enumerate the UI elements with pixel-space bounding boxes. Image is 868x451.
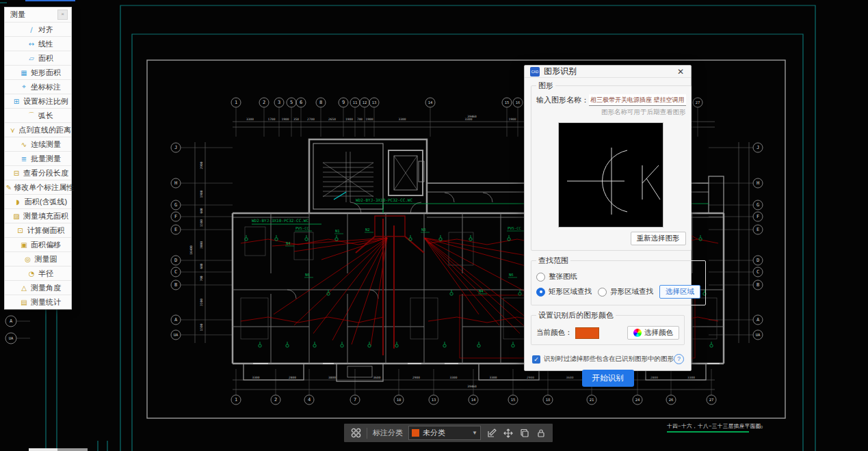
svg-text:N6: N6 (305, 273, 310, 277)
side-area-icon: ⊡ (16, 227, 25, 234)
pick-color-button[interactable]: 选择颜色 (627, 326, 679, 340)
svg-text:WD2-BYJ-3X10-PC32-CC.WC: WD2-BYJ-3X10-PC32-CC.WC (252, 218, 308, 223)
svg-text:3800: 3800 (328, 376, 336, 379)
sidebar-item-arc-length[interactable]: ⌒弧长 (5, 108, 71, 122)
graphic-name-input[interactable]: 相三极带开关电源插座 壁挂空调用 (589, 94, 686, 106)
sidebar-item-label: 坐标标注 (31, 82, 61, 92)
svg-text:350: 350 (293, 118, 299, 121)
svg-text:21: 21 (590, 398, 594, 402)
svg-text:3000: 3000 (200, 241, 203, 249)
svg-text:N4: N4 (286, 241, 291, 245)
sidebar-item-label: 测量角度 (31, 283, 61, 293)
app-root: 1235689111213141516273300170019003502700… (0, 0, 868, 451)
sidebar-item-align-dimension[interactable]: ∕对齐 (5, 22, 71, 36)
sidebar-item-label: 批量测量 (31, 154, 61, 164)
graphic-name-hint: 图形名称可用于后期查看图形 (536, 108, 686, 117)
svg-text:D: D (174, 258, 177, 263)
sidebar-item-area-with-arc[interactable]: ◗面积(含弧线) (5, 194, 71, 208)
align-dimension-icon: ∕ (27, 26, 36, 33)
radio-rect-area-label[interactable]: 矩形区域查找 (549, 287, 592, 297)
sidebar-item-area[interactable]: ▱面积 (5, 51, 71, 65)
svg-text:15: 15 (511, 398, 516, 402)
svg-text:6: 6 (300, 100, 302, 105)
filter-checkbox[interactable]: ✓ (532, 355, 540, 364)
continuous-measure-icon: ∿ (19, 141, 29, 148)
sidebar-item-coordinate[interactable]: ⌖坐标标注 (5, 79, 71, 94)
radio-whole-sheet-label[interactable]: 整张图纸 (549, 272, 577, 282)
svg-text:E: E (757, 227, 759, 232)
svg-text:N4: N4 (479, 289, 484, 293)
sidebar-item-batch-measure[interactable]: ≣批量测量 (5, 151, 71, 165)
measure-palette: 测量 × ∕对齐↔线性▱面积▦矩形面积⌖坐标标注⊞设置标注比例⌒弧长⋎点到直线的… (4, 7, 72, 310)
sidebar-item-segment-length[interactable]: ⊟查看分段长度 (5, 165, 71, 180)
svg-text:UA: UA (9, 336, 14, 340)
close-icon[interactable]: ✕ (676, 67, 685, 77)
sidebar-item-edit-annotation[interactable]: ✎修改单个标注属性 (5, 180, 71, 194)
measure-circle-icon: ◎ (23, 256, 33, 263)
category-dropdown[interactable]: 未分类 ▼ (408, 426, 481, 440)
select-area-button[interactable]: 选择区域 (659, 285, 700, 299)
chevron-down-icon: ▼ (472, 430, 477, 436)
svg-text:H: H (757, 180, 759, 186)
sidebar-item-side-area[interactable]: ⊡计算侧面积 (5, 223, 71, 237)
bottom-strip-white (29, 448, 57, 451)
filter-checkbox-label[interactable]: 识别时过滤掉那些包含在已识别图形中的图形 (544, 355, 674, 364)
sidebar-item-fill-area[interactable]: ▨测量填充面积 (5, 208, 71, 223)
sidebar-item-continuous-measure[interactable]: ∿连续测量 (5, 137, 71, 151)
sidebar-item-rect-area[interactable]: ▦矩形面积 (5, 65, 71, 79)
svg-text:3300: 3300 (450, 376, 458, 379)
dialog-header[interactable]: CAD 图形识别 ✕ (525, 66, 691, 78)
sidebar-item-scale-setting[interactable]: ⊞设置标注比例 (5, 94, 71, 108)
svg-text:27: 27 (709, 398, 714, 402)
radio-polygon-area[interactable] (598, 288, 607, 297)
sidebar-item-point-line-dist[interactable]: ⋎点到直线的距离 (5, 122, 71, 137)
svg-text:3300: 3300 (246, 118, 254, 121)
svg-text:600: 600 (200, 263, 203, 269)
copy-icon[interactable] (519, 428, 530, 439)
svg-text:J: J (174, 145, 177, 150)
help-icon[interactable]: ? (674, 354, 684, 364)
svg-text:A: A (10, 318, 13, 324)
edit-annotation-icon: ✎ (6, 184, 12, 191)
svg-text:1700: 1700 (268, 118, 276, 121)
sidebar-item-linear-dimension[interactable]: ↔线性 (5, 36, 71, 51)
svg-text:2900: 2900 (200, 161, 203, 169)
sidebar-item-label: 面积 (38, 53, 53, 64)
sidebar-item-radius[interactable]: ◔半径 (5, 266, 71, 280)
batch-measure-icon: ≣ (19, 155, 29, 163)
reselect-graphic-button[interactable]: 重新选择图形 (631, 232, 686, 245)
svg-text:16400: 16400 (189, 245, 193, 255)
sidebar-item-statistics[interactable]: ▤测量统计 (5, 295, 71, 309)
svg-text:1900: 1900 (345, 118, 353, 121)
toolbar-divider (367, 428, 367, 439)
svg-text:11: 11 (353, 100, 358, 105)
radio-polygon-area-label[interactable]: 异形区域查找 (610, 287, 653, 297)
lock-icon[interactable] (536, 428, 547, 439)
cad-canvas[interactable]: 1235689111213141516273300170019003502700… (0, 0, 868, 451)
close-icon[interactable]: × (57, 10, 68, 20)
svg-text:4: 4 (308, 397, 311, 402)
start-recognition-button[interactable]: 开始识别 (582, 370, 634, 387)
radio-rect-area[interactable] (536, 288, 545, 297)
svg-text:3500: 3500 (200, 299, 203, 306)
sidebar-item-area-offset[interactable]: ▣面积偏移 (5, 237, 71, 251)
svg-text:1: 1 (235, 100, 237, 105)
graphic-section: 图形 输入图形名称： 相三极带开关电源插座 壁挂空调用 图形名称可用于后期查看图… (531, 81, 692, 251)
svg-text:600: 600 (200, 208, 203, 213)
svg-text:27: 27 (696, 100, 700, 105)
radio-whole-sheet[interactable] (536, 273, 545, 282)
fill-area-icon: ▨ (12, 213, 21, 220)
edit-icon[interactable] (486, 428, 497, 439)
svg-text:15: 15 (505, 100, 510, 105)
sheet-scale: 1:100 (752, 425, 763, 429)
svg-text:10: 10 (397, 398, 402, 402)
svg-text:B: B (174, 282, 177, 288)
classification-grid-icon[interactable] (350, 428, 361, 439)
scale-setting-icon: ⊞ (12, 98, 21, 105)
sidebar-item-angle[interactable]: △测量角度 (5, 280, 71, 295)
search-range-section: 查找范围 整张图纸 矩形区域查找 异形区域查找 选择区域 (531, 256, 706, 305)
sidebar-item-label: 线性 (38, 39, 53, 49)
sidebar-item-label: 设置标注比例 (23, 96, 68, 107)
move-icon[interactable] (503, 428, 514, 439)
sidebar-item-measure-circle[interactable]: ◎测量圆 (5, 251, 71, 266)
